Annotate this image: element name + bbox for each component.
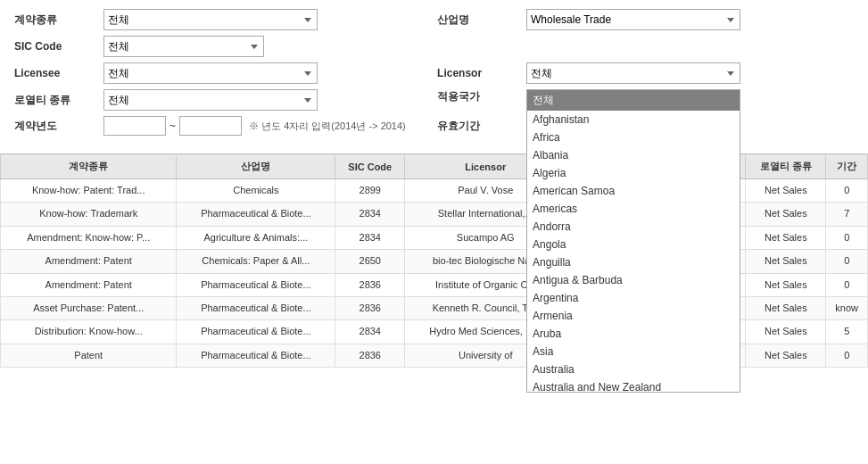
cell-period: 0	[826, 250, 868, 273]
cell-contract-type: Know-how: Trademark	[1, 203, 177, 226]
country-option-american-samoa[interactable]: American Samoa	[527, 182, 740, 200]
country-option-antigua[interactable]: Antigua & Barbuda	[527, 271, 740, 289]
industry-name-select[interactable]: Wholesale Trade	[526, 9, 740, 30]
cell-contract-type: Amendment: Know-how: P...	[1, 226, 177, 249]
cell-sic-code: 2899	[335, 179, 405, 203]
country-option-americas[interactable]: Americas	[527, 200, 740, 218]
cell-sic-code: 2836	[335, 344, 405, 367]
licensee-label: Licensee	[14, 67, 103, 79]
cell-industry: Chemicals: Paper & All...	[177, 250, 335, 273]
country-dropdown-list[interactable]: 전체 Afghanistan Africa Albania Algeria Am…	[526, 89, 740, 393]
cell-industry: Pharmaceutical & Biote...	[177, 203, 335, 226]
valid-period-label: 유효기간	[437, 119, 526, 134]
cell-contract-type: Asset Purchase: Patent...	[1, 296, 177, 319]
country-option-africa[interactable]: Africa	[527, 128, 740, 146]
year-from-input[interactable]	[103, 116, 166, 136]
cell-period: know	[826, 296, 868, 319]
filter-row-1: 계약종류 전체 산업명 Wholesale Trade	[14, 9, 854, 30]
cell-period: 7	[826, 203, 868, 226]
licensor-select[interactable]: 전체	[526, 62, 740, 84]
year-range-inputs: ~ ※ 년도 4자리 입력(2014년 -> 2014)	[103, 116, 406, 136]
country-option-andorra[interactable]: Andorra	[527, 218, 740, 236]
filter-row-3: Licensee 전체 Licensor 전체	[14, 62, 854, 84]
cell-industry: Pharmaceutical & Biote...	[177, 296, 335, 319]
cell-royalty-type: Net Sales	[746, 320, 826, 344]
cell-sic-code: 2834	[335, 203, 405, 226]
cell-period: 0	[826, 273, 868, 296]
industry-name-label: 산업명	[437, 12, 526, 28]
licensor-label: Licensor	[437, 67, 526, 79]
royalty-type-select[interactable]: 전체	[103, 89, 318, 111]
country-option-armenia[interactable]: Armenia	[527, 307, 740, 325]
col-header-period: 기간	[826, 154, 868, 179]
cell-contract-type: Patent	[1, 344, 177, 367]
cell-royalty-type: Net Sales	[746, 179, 826, 203]
cell-period: 0	[826, 179, 868, 203]
filter-form: 계약종류 전체 산업명 Wholesale Trade SIC Code 전체	[0, 0, 868, 145]
cell-sic-code: 2836	[335, 273, 405, 296]
country-option-algeria[interactable]: Algeria	[527, 164, 740, 182]
contract-year-label: 계약년도	[14, 119, 103, 134]
cell-period: 5	[826, 320, 868, 344]
country-option-asia[interactable]: Asia	[527, 343, 740, 360]
cell-period: 0	[826, 226, 868, 249]
year-range-tilde: ~	[169, 120, 176, 132]
cell-royalty-type: Net Sales	[746, 296, 826, 319]
cell-sic-code: 2834	[335, 226, 405, 249]
cell-industry: Pharmaceutical & Biote...	[177, 320, 335, 344]
cell-contract-type: Amendment: Patent	[1, 273, 177, 296]
country-option-anguilla[interactable]: Anguilla	[527, 253, 740, 271]
cell-contract-type: Know-how: Patent: Trad...	[1, 179, 177, 203]
cell-royalty-type: Net Sales	[746, 273, 826, 296]
country-option-albania[interactable]: Albania	[527, 146, 740, 164]
col-header-industry: 산업명	[177, 154, 335, 179]
apply-country-label: 적용국가	[437, 89, 526, 104]
country-option-australia-nz[interactable]: Australia and New Zealand	[527, 378, 740, 393]
cell-period: 0	[826, 344, 868, 367]
cell-industry: Chemicals	[177, 179, 335, 203]
filter-row-2: SIC Code 전체	[14, 36, 854, 57]
sic-code-label: SIC Code	[14, 40, 103, 53]
cell-sic-code: 2834	[335, 320, 405, 344]
licensee-select[interactable]: 전체	[103, 62, 318, 84]
country-option-angola[interactable]: Angola	[527, 236, 740, 253]
cell-sic-code: 2836	[335, 296, 405, 319]
cell-industry: Pharmaceutical & Biote...	[177, 344, 335, 367]
year-to-input[interactable]	[179, 116, 242, 136]
col-header-royalty-type: 로열티 종류	[746, 154, 826, 179]
royalty-type-label: 로열티 종류	[14, 93, 103, 108]
country-option-australia[interactable]: Australia	[527, 360, 740, 378]
cell-contract-type: Distribution: Know-how...	[1, 320, 177, 344]
page-wrapper: 계약종류 전체 산업명 Wholesale Trade SIC Code 전체	[0, 0, 868, 464]
filter-row-4: 로열티 종류 전체 적용국가 전체 Afghanistan Africa Alb…	[14, 89, 854, 111]
year-hint: ※ 년도 4자리 입력(2014년 -> 2014)	[249, 120, 406, 133]
contract-type-select[interactable]: 전체	[103, 9, 318, 30]
col-header-sic-code: SIC Code	[335, 154, 405, 179]
sic-code-select[interactable]: 전체	[103, 36, 264, 57]
cell-industry: Agriculture & Animals:...	[177, 226, 335, 249]
country-option-aruba[interactable]: Aruba	[527, 325, 740, 343]
contract-type-label: 계약종류	[14, 12, 103, 28]
cell-sic-code: 2650	[335, 250, 405, 273]
country-option-afghanistan[interactable]: Afghanistan	[527, 111, 740, 128]
cell-royalty-type: Net Sales	[746, 203, 826, 226]
country-option-전체[interactable]: 전체	[527, 90, 740, 111]
cell-royalty-type: Net Sales	[746, 226, 826, 249]
cell-industry: Pharmaceutical & Biote...	[177, 273, 335, 296]
cell-royalty-type: Net Sales	[746, 344, 826, 367]
cell-contract-type: Amendment: Patent	[1, 250, 177, 273]
col-header-contract-type: 계약종류	[1, 154, 177, 179]
cell-royalty-type: Net Sales	[746, 250, 826, 273]
country-option-argentina[interactable]: Argentina	[527, 289, 740, 307]
